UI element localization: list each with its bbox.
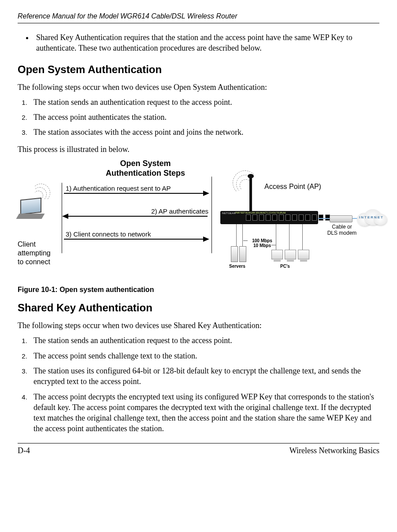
diagram-title-l1: Open System: [120, 159, 171, 168]
speed-100: 100 Mbps: [252, 238, 272, 243]
antenna-icon: [249, 177, 252, 211]
shared-step-1: The station sends an authentication requ…: [29, 335, 379, 346]
wire: [242, 224, 243, 246]
arrow-row-1: 1) Authentication request sent to AP: [62, 185, 212, 204]
router-brand: NETGEAR: [222, 212, 236, 214]
client-label: Client attempting to connect: [18, 240, 62, 266]
servers-icon: [231, 246, 246, 262]
modem-l2: DLS modem: [327, 230, 357, 236]
open-step-1: The station sends an authentication requ…: [29, 97, 379, 107]
router-ports: [246, 214, 330, 221]
footer-page-number: D-4: [18, 446, 30, 455]
open-system-intro: The following steps occur when two devic…: [18, 82, 379, 92]
router-icon: NETGEAR PWR TEST WLAN LINK 100 LNK/ACT 1…: [220, 211, 318, 224]
wire: [302, 224, 303, 250]
bullet-shared-key-note: Shared Key Authentication requires that …: [33, 32, 379, 54]
client-label-l1: Client: [18, 240, 36, 248]
separator-line: [211, 177, 212, 253]
open-step-3: The station associates with the access p…: [29, 127, 379, 137]
diagram-title: Open System Authentication Steps: [88, 159, 203, 178]
arrow1-label: 1) Authentication request sent to AP: [62, 185, 212, 193]
modem-icon: [330, 215, 352, 222]
arrow-row-3: 3) Client connects to network: [62, 230, 212, 250]
cloud-label: INTERNET: [356, 215, 387, 219]
running-header: Reference Manual for the Model WGR614 Ca…: [18, 12, 379, 20]
pcs-icon: [271, 250, 309, 259]
client-device: Client attempting to connect: [18, 187, 62, 266]
shared-key-intro: The following steps occur when two devic…: [18, 320, 379, 331]
servers-label: Servers: [229, 264, 245, 269]
client-label-l3: to connect: [18, 258, 50, 266]
footer-section-name: Wireless Networking Basics: [289, 446, 379, 455]
router-port-labels: PWR TEST WLAN LINK 100 LNK/ACT 1 2 3 4 5…: [235, 212, 286, 214]
shared-step-3: The station uses its configured 64-bit o…: [29, 366, 379, 387]
internet-cloud-icon: INTERNET: [356, 207, 387, 228]
heading-open-system: Open System Authentication: [18, 63, 379, 76]
bottom-rule: [18, 443, 379, 443]
arrow-right-icon: [203, 236, 209, 242]
open-system-after: This process is illustrated in below.: [18, 144, 379, 155]
shared-step-2: The access point sends challenge text to…: [29, 351, 379, 361]
open-step-2: The access point authenticates the stati…: [29, 112, 379, 122]
figure-open-system-diagram: Open System Authentication Steps Client …: [18, 159, 379, 278]
pcs-label: PC's: [280, 264, 290, 269]
wire: [289, 224, 289, 250]
client-label-l2: attempting: [18, 249, 51, 257]
speed-label: 100 Mbps 10 Mbps: [247, 238, 278, 248]
arrow3-line: [64, 239, 208, 240]
arrow1-line: [64, 193, 208, 194]
arrow-right-icon: [203, 191, 209, 196]
arrow-area: 1) Authentication request sent to AP 2) …: [62, 183, 212, 253]
shared-key-steps: The station sends an authentication requ…: [18, 335, 379, 434]
arrow2-label: 2) AP authenticates: [62, 207, 212, 216]
modem-label: Cable or DLS modem: [325, 224, 359, 236]
shared-step-4: The access point decrypts the encrypted …: [29, 392, 379, 434]
arrow2-line: [64, 216, 208, 217]
top-rule: [18, 23, 379, 23]
arrow-row-2: 2) AP authenticates: [62, 207, 212, 227]
arrow-left-icon: [62, 214, 68, 219]
laptop-icon: [18, 200, 45, 219]
wire: [236, 224, 237, 246]
page-footer: D-4 Wireless Networking Basics: [18, 446, 379, 455]
arrow3-label: 3) Client connects to network: [62, 230, 212, 239]
figure-caption: Figure 10-1: Open system authentication: [18, 286, 379, 294]
modem-l1: Cable or: [332, 224, 352, 230]
ap-label: Access Point (AP): [264, 183, 321, 191]
heading-shared-key: Shared Key Authentication: [18, 302, 379, 314]
cable-line: [318, 218, 330, 219]
intro-bullet-list: Shared Key Authentication requires that …: [18, 32, 379, 54]
speed-10: 10 Mbps: [253, 243, 271, 248]
open-system-steps: The station sends an authentication requ…: [18, 97, 379, 138]
diagram-title-l2: Authentication Steps: [106, 169, 185, 177]
